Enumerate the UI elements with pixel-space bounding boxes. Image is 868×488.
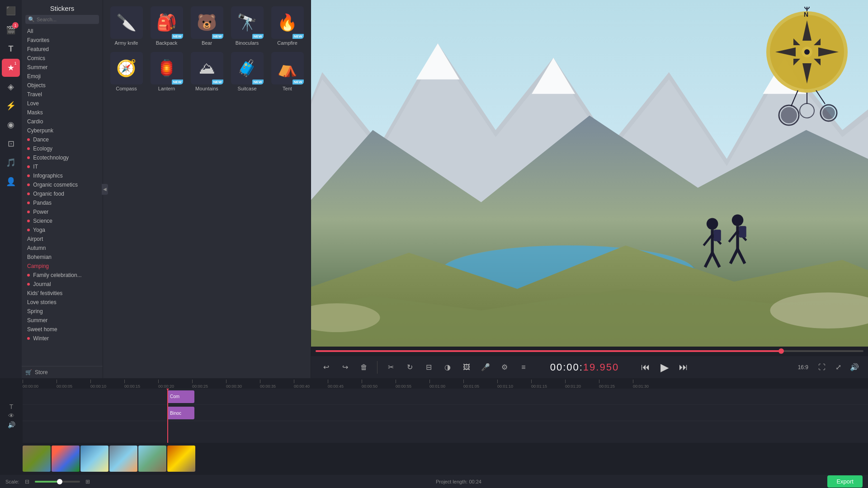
skip-back-button[interactable]: ⏮ [638, 360, 653, 375]
category-emoji[interactable]: Emoji [24, 72, 101, 81]
category-objects[interactable]: Objects [24, 81, 101, 90]
category-infographics[interactable]: Infographics [24, 171, 101, 180]
sticker-binoculars[interactable]: 🔭 NEW Binoculars [228, 5, 266, 47]
sidebar-media-btn[interactable]: ⬛ [2, 2, 20, 20]
category-journal[interactable]: Journal [24, 280, 101, 289]
category-masks[interactable]: Masks [24, 108, 101, 117]
store-button[interactable]: 🛒 Store [22, 366, 103, 378]
undo-button[interactable]: ↩ [318, 360, 334, 375]
ruler-mark-100: 00:01:00 [429, 380, 463, 389]
sidebar-text-btn[interactable]: T [2, 40, 20, 58]
sidebar-audio-btn[interactable]: 🎵 [2, 154, 20, 172]
redo-button[interactable]: ↪ [337, 360, 353, 375]
playback-progress-track[interactable] [316, 350, 863, 352]
category-organic-cosmetics[interactable]: Organic cosmetics [24, 180, 101, 189]
category-all[interactable]: All [24, 27, 101, 36]
category-love-stories[interactable]: Love stories [24, 298, 101, 307]
timeline-clip-compass[interactable]: Com [167, 390, 194, 403]
collapse-panel-btn[interactable]: ◀ [102, 184, 108, 195]
category-love[interactable]: Love [24, 99, 101, 108]
playback-bar[interactable] [311, 347, 868, 356]
export-button[interactable]: Export [827, 475, 863, 488]
play-pause-button[interactable]: ▶ [657, 360, 672, 375]
filmstrip-thumb-1[interactable] [23, 446, 51, 472]
scale-thumb[interactable] [57, 479, 62, 484]
category-ecology[interactable]: Ecology [24, 144, 101, 153]
sidebar-transitions-btn[interactable]: ◈ [2, 78, 20, 96]
sidebar-video-effects-btn[interactable]: 🎬 1 [2, 21, 20, 39]
category-favorites[interactable]: Favorites [24, 36, 101, 45]
filmstrip-thumb-6[interactable] [167, 446, 195, 472]
category-airport[interactable]: Airport [24, 235, 101, 244]
sidebar-filters-btn[interactable]: ◉ [2, 116, 20, 134]
category-family[interactable]: Family celebration... [24, 271, 101, 280]
category-science[interactable]: Science [24, 216, 101, 225]
svg-point-20 [732, 215, 744, 226]
split-button[interactable]: ⊟ [421, 360, 436, 375]
playback-thumb[interactable] [778, 348, 784, 354]
category-featured[interactable]: Featured [24, 45, 101, 54]
category-summer2[interactable]: Summer [24, 316, 101, 325]
timeline-clip-binoculars[interactable]: Binoc [167, 407, 194, 419]
category-sweet-home[interactable]: Sweet home [24, 325, 101, 334]
track-eye-icon[interactable]: 👁 [8, 412, 14, 419]
ruler-mark-115: 00:01:15 [531, 380, 565, 389]
sticker-bear[interactable]: 🐻 NEW Bear [188, 5, 226, 47]
category-cardio[interactable]: Cardio [24, 117, 101, 126]
category-bohemian[interactable]: Bohemian [24, 253, 101, 262]
fullscreen-enter-button[interactable]: ⛶ [816, 361, 828, 374]
cut-button[interactable]: ✂ [383, 360, 398, 375]
sticker-compass[interactable]: 🧭 Compass [108, 50, 145, 93]
filmstrip-thumb-3[interactable] [80, 446, 108, 472]
sticker-mountains[interactable]: ⛰ NEW Mountains [188, 50, 226, 93]
voice-button[interactable]: 🎤 [478, 360, 493, 375]
sticker-campfire[interactable]: 🔥 NEW Campfire [269, 5, 306, 47]
sticker-army-knife[interactable]: 🔪 Army knife [108, 5, 145, 47]
filmstrip-thumb-4[interactable] [109, 446, 137, 472]
timeline-playhead[interactable] [167, 389, 168, 443]
sticker-suitcase[interactable]: 🧳 NEW Suitcase [228, 50, 266, 93]
category-autumn[interactable]: Autumn [24, 244, 101, 253]
sidebar-stickers-btn[interactable]: ★ 1 [2, 59, 20, 77]
sidebar-color-btn[interactable]: ⊡ [2, 135, 20, 153]
track-speaker-icon[interactable]: 🔊 [8, 421, 15, 428]
sticker-backpack[interactable]: 🎒 NEW Backpack [148, 5, 185, 47]
delete-button[interactable]: 🗑 [356, 360, 372, 375]
category-comics[interactable]: Comics [24, 54, 101, 63]
category-power[interactable]: Power [24, 207, 101, 216]
sticker-label-mountains: Mountains [195, 86, 218, 91]
category-winter[interactable]: Winter [24, 334, 101, 343]
color-correct-button[interactable]: ◑ [440, 360, 455, 375]
expand-button[interactable]: ⤢ [832, 361, 844, 374]
category-ecotechnology[interactable]: Ecotechnology [24, 153, 101, 162]
settings-button[interactable]: ⚙ [497, 360, 512, 375]
category-organic-food[interactable]: Organic food [24, 189, 101, 198]
category-summer[interactable]: Summer [24, 63, 101, 72]
category-it[interactable]: IT [24, 162, 101, 171]
scale-slider[interactable] [35, 481, 80, 483]
image-button[interactable]: 🖼 [459, 360, 474, 375]
audio-settings-button[interactable]: ≡ [516, 360, 531, 375]
category-cyberpunk[interactable]: Cyberpunk [24, 126, 101, 135]
category-pandas[interactable]: Pandas [24, 198, 101, 207]
sidebar-person-btn[interactable]: 👤 [2, 173, 20, 191]
category-dance[interactable]: Dance [24, 135, 101, 144]
sticker-lantern[interactable]: 🏮 NEW Lantern [148, 50, 185, 93]
rotate-button[interactable]: ↻ [402, 360, 417, 375]
track-visibility-icon[interactable]: T [9, 403, 14, 410]
search-input[interactable] [37, 17, 96, 22]
category-kids[interactable]: Kids' festivities [24, 289, 101, 298]
scale-max-icon[interactable]: ⊞ [85, 479, 90, 485]
volume-button[interactable]: 🔊 [848, 361, 861, 374]
scale-min-icon[interactable]: ⊟ [25, 479, 29, 485]
category-travel[interactable]: Travel [24, 90, 101, 99]
sidebar-motion-btn[interactable]: ⚡ [2, 97, 20, 115]
filmstrip-thumb-5[interactable] [138, 446, 166, 472]
mountains-icon: ⛰ [199, 59, 215, 78]
skip-forward-button[interactable]: ⏭ [676, 360, 691, 375]
category-spring[interactable]: Spring [24, 307, 101, 316]
category-yoga[interactable]: Yoga [24, 225, 101, 235]
filmstrip-thumb-2[interactable] [52, 446, 80, 472]
category-camping[interactable]: Camping [24, 262, 101, 271]
sticker-tent[interactable]: ⛺ NEW Tent [269, 50, 306, 93]
